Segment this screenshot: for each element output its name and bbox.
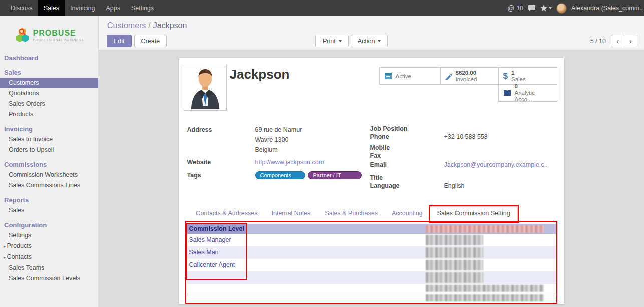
redacted-data bbox=[426, 260, 483, 270]
email-link[interactable]: Jackpson@yourcompany.example.c.. bbox=[444, 161, 548, 169]
redacted-data bbox=[426, 247, 483, 258]
topbar-right-group: @ 10 Alexandra (Sales_comm.. bbox=[507, 0, 644, 16]
address-line: 69 rue de Namur bbox=[255, 125, 302, 135]
table-row-callcenter-agent[interactable]: Callcenter Agent bbox=[187, 259, 556, 271]
create-button[interactable]: Create bbox=[134, 35, 167, 47]
breadcrumb-customers-link[interactable]: Customers bbox=[107, 21, 146, 30]
action-buttons: Print Action bbox=[315, 35, 388, 47]
breadcrumb-current: Jackpson bbox=[153, 21, 187, 30]
sidebar-section-invoicing[interactable]: Invoicing bbox=[0, 124, 98, 134]
top-menu-discuss[interactable]: Discuss bbox=[5, 0, 38, 16]
user-avatar[interactable] bbox=[556, 3, 567, 14]
pager-previous-button[interactable]: ‹ bbox=[611, 35, 624, 47]
pencil-icon bbox=[445, 73, 452, 80]
sidebar-item-sales-teams[interactable]: Sales Teams bbox=[0, 263, 98, 273]
invoiced-stat-button[interactable]: $620.00 Invoiced bbox=[440, 67, 499, 85]
mentions-icon[interactable]: @ bbox=[507, 4, 514, 12]
sidebar-item-quotations[interactable]: Quotations bbox=[0, 88, 98, 99]
sidebar-item-customers[interactable]: Customers bbox=[0, 78, 98, 88]
pager-next-button[interactable]: › bbox=[624, 35, 637, 47]
logo-title: PROBUSE bbox=[33, 29, 84, 37]
record-pager: 5 / 10 ‹ › bbox=[590, 35, 637, 47]
commission-level-cell bbox=[187, 271, 246, 284]
sidebar-item-reports-sales[interactable]: Sales bbox=[0, 205, 98, 216]
tab-sales-purchases[interactable]: Sales & Purchases bbox=[317, 206, 385, 221]
sidebar-item-sales-commission-levels[interactable]: Sales Commission Levels bbox=[0, 273, 98, 284]
sidebar-item-config-contacts[interactable]: ▸Contacts bbox=[0, 252, 98, 263]
title-label: Title bbox=[370, 174, 444, 182]
sidebar-item-sales-orders[interactable]: Sales Orders bbox=[0, 99, 98, 109]
print-dropdown-button[interactable]: Print bbox=[315, 35, 349, 47]
top-menu-apps[interactable]: Apps bbox=[100, 0, 126, 16]
caret-down-icon bbox=[339, 40, 342, 42]
redacted-data bbox=[426, 235, 483, 245]
sidebar-item-label: Settings bbox=[9, 232, 31, 239]
commission-level-cell: Callcenter Agent bbox=[187, 259, 246, 271]
sidebar-item-label: Sales bbox=[9, 207, 24, 214]
planner-star-icon[interactable] bbox=[540, 5, 552, 12]
table-row-empty[interactable] bbox=[187, 271, 556, 284]
tags-list: Components Buyer Partner / IT Services bbox=[255, 170, 362, 180]
sidebar-item-config-products[interactable]: ▸Products bbox=[0, 241, 98, 252]
sidebar-item-orders-to-upsell[interactable]: Orders to Upsell bbox=[0, 145, 98, 155]
sidebar-section-configuration[interactable]: Configuration bbox=[0, 220, 98, 230]
stat-label: Analytic Acco... bbox=[515, 90, 552, 103]
top-menu-invoicing[interactable]: Invoicing bbox=[65, 0, 100, 16]
tab-contacts-addresses[interactable]: Contacts & Addresses bbox=[189, 206, 265, 221]
user-menu[interactable]: Alexandra (Sales_comm.. bbox=[571, 5, 643, 12]
table-row-empty bbox=[187, 284, 556, 293]
sidebar-section-commissions[interactable]: Commissions bbox=[0, 160, 98, 170]
sidebar-item-label: Sales Orders bbox=[9, 100, 45, 107]
stat-buttons: Active $620.00 Invoiced $ bbox=[380, 67, 557, 102]
tag-badge-partner-it-services: Partner / IT Services bbox=[308, 171, 361, 179]
tab-label: Sales Commission Setting bbox=[437, 210, 510, 217]
phone-label: Phone bbox=[370, 133, 444, 141]
sidebar-item-label: Sales to Invoice bbox=[9, 136, 53, 143]
table-row-sales-manager[interactable]: Sales Manager bbox=[187, 234, 556, 246]
top-menu-settings[interactable]: Settings bbox=[126, 0, 159, 16]
edit-button[interactable]: Edit bbox=[107, 35, 132, 47]
sidebar-item-sales-to-invoice[interactable]: Sales to Invoice bbox=[0, 134, 98, 145]
sales-stat-button[interactable]: $ 1 Sales bbox=[498, 67, 557, 85]
sidebar-item-commission-worksheets[interactable]: Commission Worksheets bbox=[0, 170, 98, 180]
logo-subtitle: PROFESSIONAL BUSINESS bbox=[33, 38, 84, 42]
tab-accounting[interactable]: Accounting bbox=[385, 206, 430, 221]
top-menu-sales[interactable]: Sales bbox=[38, 0, 65, 16]
messages-icon[interactable] bbox=[528, 5, 536, 12]
right-field-column: Job Position Phone+32 10 588 558 Mobile … bbox=[370, 125, 556, 190]
customer-photo[interactable] bbox=[184, 65, 227, 111]
dollar-icon: $ bbox=[503, 71, 508, 81]
app-logo: PROBUSE PROFESSIONAL BUSINESS bbox=[0, 16, 98, 53]
sidebar-item-dashboard[interactable]: Dashboard bbox=[0, 53, 98, 63]
table-footer-row bbox=[187, 293, 556, 302]
sidebar-item-products[interactable]: Products bbox=[0, 109, 98, 120]
phone-value: +32 10 588 558 bbox=[444, 133, 488, 141]
record-buttons: Edit Create bbox=[107, 35, 167, 47]
sidebar-item-settings[interactable]: Settings bbox=[0, 230, 98, 241]
breadcrumb: Customers/Jackpson bbox=[107, 21, 187, 30]
sidebar-item-label: Orders to Upsell bbox=[9, 146, 54, 153]
action-dropdown-button[interactable]: Action bbox=[351, 35, 388, 47]
submenu-arrow-icon: ▸ bbox=[4, 244, 6, 249]
sidebar: PROBUSE PROFESSIONAL BUSINESS Dashboard … bbox=[0, 16, 99, 307]
tags-label: Tags bbox=[187, 170, 255, 180]
active-stat-button[interactable]: Active bbox=[379, 67, 441, 85]
stat-label: Active bbox=[396, 73, 411, 79]
sidebar-item-label: Contacts bbox=[7, 253, 32, 260]
column-header-commission-level[interactable]: Commission Level bbox=[187, 224, 246, 234]
redacted-data bbox=[426, 272, 483, 283]
website-label: Website bbox=[187, 157, 255, 167]
sidebar-section-sales[interactable]: Sales bbox=[0, 68, 98, 78]
sidebar-section-reports[interactable]: Reports bbox=[0, 195, 98, 205]
job-position-label: Job Position bbox=[370, 125, 444, 133]
tab-sales-commission-setting[interactable]: Sales Commission Setting bbox=[430, 206, 518, 221]
sidebar-item-sales-commissions-lines[interactable]: Sales Commissions Lines bbox=[0, 180, 98, 191]
left-field-column: Address 69 rue de Namur Wavre 1300 Belgi… bbox=[187, 125, 362, 180]
website-link[interactable]: http://www.jackpson.com bbox=[255, 157, 325, 167]
active-toggle-icon bbox=[384, 72, 392, 80]
print-label: Print bbox=[323, 38, 336, 45]
language-label: Language bbox=[370, 182, 444, 190]
table-row-sales-man[interactable]: Sales Man bbox=[187, 246, 556, 259]
tab-internal-notes[interactable]: Internal Notes bbox=[264, 206, 317, 221]
analytic-accounts-stat-button[interactable]: 0 Analytic Acco... bbox=[498, 84, 557, 102]
